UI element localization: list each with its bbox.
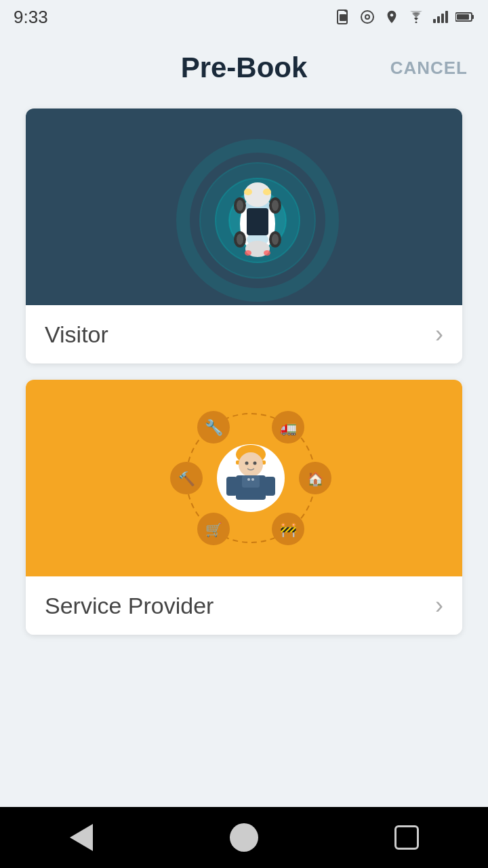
- svg-point-52: [239, 452, 263, 477]
- svg-point-60: [251, 478, 254, 481]
- status-icons: [333, 9, 474, 24]
- nav-home-button[interactable]: [224, 817, 264, 858]
- visitor-chevron-icon: ›: [435, 320, 443, 349]
- svg-text:🔨: 🔨: [178, 471, 195, 487]
- svg-text:🔧: 🔧: [205, 418, 224, 437]
- svg-rect-55: [264, 477, 275, 496]
- signal-icon: [431, 9, 450, 24]
- svg-rect-1: [340, 14, 346, 21]
- page-header: Pre-Book CANCEL: [0, 34, 488, 102]
- sim-icon: [333, 9, 352, 24]
- service-chevron-icon: ›: [435, 591, 443, 620]
- svg-text:🚧: 🚧: [280, 521, 297, 538]
- svg-rect-7: [433, 19, 436, 23]
- page-title: Pre-Book: [181, 52, 308, 84]
- svg-rect-13: [457, 14, 469, 20]
- svg-text:🚛: 🚛: [280, 420, 297, 436]
- svg-point-34: [237, 234, 243, 245]
- svg-rect-54: [226, 477, 237, 496]
- nav-back-button[interactable]: [61, 817, 102, 858]
- cards-container: Visitor › 🔧 🚛 🏠: [0, 102, 488, 635]
- home-icon: [230, 823, 258, 852]
- service-label: Service Provider: [45, 593, 214, 619]
- nav-recent-button[interactable]: [386, 817, 427, 858]
- worker-scene: 🔧 🚛 🏠 🚧 🛒 🔨: [156, 390, 332, 566]
- svg-text:🛒: 🛒: [205, 521, 222, 538]
- visitor-label-row: Visitor ›: [26, 305, 462, 363]
- do-not-disturb-icon: [358, 9, 377, 24]
- svg-point-5: [366, 16, 369, 18]
- visitor-card[interactable]: Visitor ›: [26, 108, 462, 363]
- visitor-card-image: [26, 108, 462, 305]
- svg-rect-12: [472, 15, 474, 19]
- svg-point-59: [247, 478, 250, 481]
- svg-point-56: [245, 462, 249, 465]
- cancel-button[interactable]: CANCEL: [390, 58, 468, 79]
- svg-point-27: [264, 250, 270, 256]
- svg-point-6: [415, 22, 418, 24]
- nav-bar: [0, 807, 488, 868]
- svg-point-33: [272, 200, 279, 211]
- svg-point-26: [245, 250, 251, 256]
- car-scene: [169, 132, 319, 281]
- svg-point-24: [244, 189, 252, 195]
- wifi-icon: [407, 9, 426, 24]
- svg-point-32: [237, 200, 243, 211]
- svg-rect-9: [441, 14, 444, 23]
- svg-text:🏠: 🏠: [307, 471, 324, 487]
- service-label-row: Service Provider ›: [26, 576, 462, 635]
- location-icon: [382, 9, 401, 24]
- visitor-label: Visitor: [45, 321, 108, 348]
- svg-rect-8: [437, 16, 440, 23]
- status-bar: 9:33: [0, 0, 488, 34]
- battery-icon: [455, 9, 474, 24]
- svg-point-25: [263, 189, 271, 195]
- svg-rect-58: [242, 475, 260, 488]
- service-provider-card[interactable]: 🔧 🚛 🏠 🚧 🛒 🔨: [26, 380, 462, 635]
- svg-rect-10: [445, 11, 448, 23]
- svg-point-57: [253, 462, 257, 465]
- svg-point-35: [272, 234, 279, 245]
- status-time: 9:33: [14, 7, 48, 28]
- recent-icon: [394, 825, 419, 850]
- service-card-image: 🔧 🚛 🏠 🚧 🛒 🔨: [26, 380, 462, 576]
- back-icon: [70, 824, 93, 851]
- svg-rect-23: [247, 208, 268, 235]
